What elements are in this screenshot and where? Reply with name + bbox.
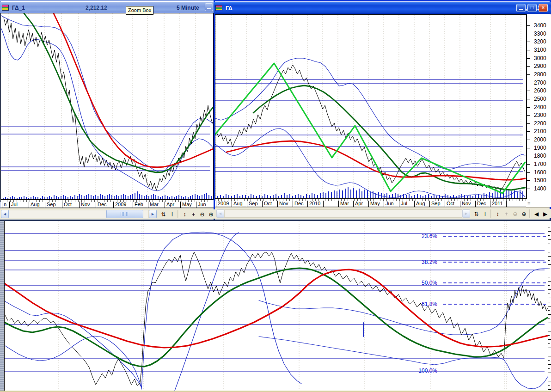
minimize-button[interactable] [516,4,526,12]
tooltip-zoom-box: Zoom Box [126,6,153,15]
zoom-out-button[interactable]: ⊖ [198,209,207,219]
series-ma-fast [253,86,525,190]
refresh-button[interactable]: ⇅ [159,209,168,219]
toolbar-separator [529,209,531,218]
fib-level-label: 50.0% [422,280,437,286]
scroll-right-button[interactable]: ► [462,209,470,218]
price-tick-label: 1900 [534,145,546,151]
crosshair-button[interactable]: I [481,209,490,218]
date-axis-label: Aug [232,201,243,207]
scroll-row-gd: ◄ ► ⇅I↕+⊖⊕◀▶▤ [215,207,550,220]
date-axis-label: Sep [45,202,56,208]
minimize-icon [519,9,523,10]
fib-level-label: 23.6% [422,233,437,239]
price-tick [527,91,530,91]
price-tick [527,140,530,140]
price-tick [548,239,551,240]
zoom-in-button[interactable]: ⊕ [207,209,215,219]
vertical-scale-button[interactable]: ↕ [180,209,189,219]
last-price-value: 2,212.12 [86,5,107,11]
price-tick-label: 2800 [534,71,546,78]
chart-canvas-gd1[interactable] [0,13,214,200]
date-axis-label: Apr [165,202,174,208]
chart-window-icon[interactable] [2,5,9,11]
price-tick [548,377,550,377]
price-tick [548,348,551,348]
price-tick [548,323,551,323]
date-axis-label [506,201,508,207]
date-axis-gd1[interactable]: nJulAugSepOctNovDec2009FebMarAprMayJun [0,200,214,208]
date-axis-label: 2010 [307,201,320,207]
price-tick-label: 2100 [534,128,546,135]
date-axis-label: May [368,201,380,207]
date-axis-label [323,201,325,207]
price-tick [527,164,530,165]
price-tick [527,180,530,181]
price-tick [527,99,530,99]
price-tick [527,50,530,50]
scrollbar-thumb[interactable] [106,210,143,218]
fib-level-label: 61.8% [422,301,437,307]
price-tick [548,360,550,361]
date-axis-gd[interactable]: 2009AugSepOctNovDec2010MarAprMayJunJulAu… [215,199,526,207]
chart-toolbar: ⇅I↕+⊖⊕◀▶▤ [472,208,551,219]
price-axis-gd[interactable]: 3400330032003100300029002800270026002500… [527,14,551,199]
series-bollinger-riser [175,233,239,391]
price-tick-label: 2400 [534,104,546,110]
price-tick [527,58,530,59]
date-axis-label: Feb [133,202,143,208]
price-tick [527,123,530,124]
thumb-grip-icon [121,212,129,216]
price-tick [548,252,550,252]
chart-window-icon[interactable] [215,5,222,11]
vertical-scale-button[interactable]: ↕ [493,209,502,218]
date-axis-label: Dec [96,202,107,208]
maximize-button[interactable]: □ [527,4,537,12]
price-axis-bottom[interactable] [548,221,551,391]
price-tick [548,331,551,331]
date-axis-label: Jul [9,202,18,208]
scroll-left-button[interactable]: ◄ [216,209,224,218]
scrollbar-track[interactable] [224,209,462,218]
price-tick [548,289,551,290]
next-chart-button[interactable]: ▶ [541,209,550,218]
date-axis-label: Apr [353,201,363,207]
grip-icon: ≡ [527,200,530,206]
price-tick [527,148,530,148]
minimize-button[interactable] [205,3,213,11]
price-tick [548,285,550,286]
price-tick [527,66,530,67]
chart-svg [0,13,214,200]
pan-button[interactable]: + [189,209,198,219]
chart-canvas-bottom[interactable]: 23.6%38.2%50.0%61.8%100.0% [4,221,548,391]
price-tick-label: 3200 [534,38,546,45]
chart-toolbar: ⇅I↕+⊖⊕ [159,208,215,220]
price-tick [527,189,530,189]
close-button[interactable]: × [539,4,548,12]
price-tick [548,231,551,232]
price-tick [527,115,530,116]
prev-chart-button[interactable]: ◀ [532,209,541,218]
axis-options-grip[interactable]: ≡ [527,199,551,207]
titlebar-gd1[interactable]: ΓΔ_1 2,212.12 5 Minute [0,2,215,13]
price-tick [548,298,551,298]
zoom-out-button[interactable]: ⊖ [511,209,520,218]
scroll-left-button[interactable]: ◄ [1,210,9,218]
chart-canvas-gd[interactable] [215,14,527,199]
scroll-right-button[interactable]: ► [149,210,157,218]
crosshair-button[interactable]: I [168,209,177,219]
price-tick-label: 2300 [534,112,546,118]
date-axis-label: May [180,202,192,208]
series-bollinger-oval [141,232,301,389]
date-axis-label: Jul [399,201,407,207]
zoom-in-button[interactable]: ⊕ [520,209,528,218]
date-axis-label: Jun [384,201,394,207]
price-tick [548,273,551,273]
refresh-button[interactable]: ⇅ [472,209,481,218]
titlebar-gd[interactable]: ΓΔ 1,619.36 5 Minute □ × [214,2,551,14]
date-axis-label: Sep [429,201,441,207]
pan-button[interactable]: + [502,209,511,218]
date-axis-label: Dec [475,201,486,207]
toolbar-separator [490,209,492,218]
chart-svg [215,14,527,199]
